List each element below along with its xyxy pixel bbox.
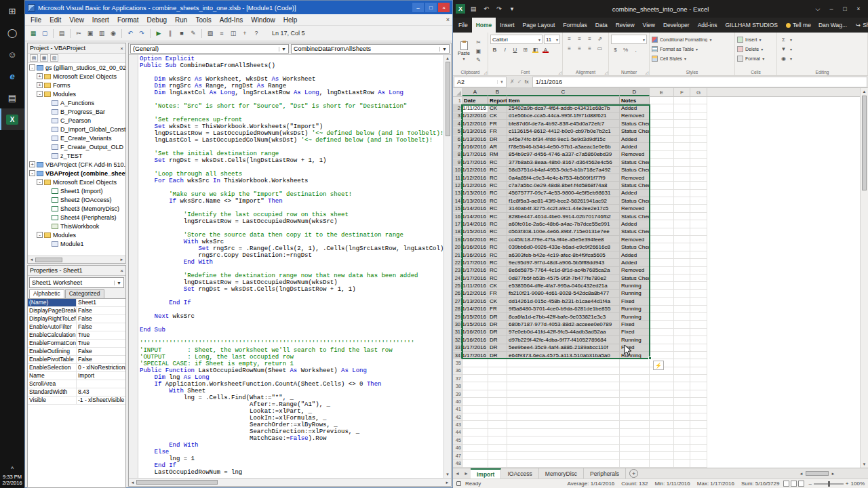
cell-E14[interactable] bbox=[650, 197, 674, 205]
cell-E42[interactable] bbox=[650, 413, 674, 421]
row-header-7[interactable]: 7 bbox=[453, 143, 462, 150]
cell-G18[interactable] bbox=[690, 228, 707, 236]
cell-D22[interactable]: Added bbox=[620, 259, 650, 266]
row-header-14[interactable]: 14 bbox=[453, 197, 462, 205]
cell-D19[interactable]: Removed bbox=[620, 236, 650, 243]
cell-C32[interactable]: d97b229f-42fe-4dba-9f77-f41052789684 bbox=[507, 336, 620, 344]
row-header-39[interactable]: 39 bbox=[453, 390, 462, 398]
cell-E31[interactable] bbox=[650, 329, 674, 336]
row-header-16[interactable]: 16 bbox=[453, 213, 462, 220]
cell-C47[interactable] bbox=[507, 452, 620, 460]
cell-A20[interactable]: 1/16/2016 bbox=[462, 243, 488, 251]
cell-D16[interactable]: Status Check bbox=[620, 213, 650, 220]
cell-C17[interactable]: a60fe01e-2a6c-48b6-a4ac-7b7dce55e991 bbox=[507, 220, 620, 228]
cell-G8[interactable] bbox=[690, 151, 707, 159]
row-header-40[interactable]: 40 bbox=[453, 398, 462, 405]
row-header-23[interactable]: 23 bbox=[453, 267, 462, 274]
cell-G2[interactable] bbox=[690, 104, 707, 112]
cell-F6[interactable] bbox=[674, 136, 690, 143]
cell-G5[interactable] bbox=[690, 128, 707, 136]
cell-D6[interactable]: Added bbox=[620, 136, 650, 143]
borders-icon[interactable]: ⊞ bbox=[521, 45, 530, 54]
cell-B43[interactable] bbox=[488, 421, 507, 428]
row-header-8[interactable]: 8 bbox=[453, 151, 462, 159]
cell-G48[interactable] bbox=[690, 460, 707, 467]
tree-item-c-pearson[interactable]: C_Pearson bbox=[28, 116, 125, 125]
fill-handle[interactable] bbox=[648, 357, 652, 360]
cell-A17[interactable]: 1/14/2016 bbox=[462, 220, 488, 228]
cortana-taskbar-icon[interactable]: ◯ bbox=[0, 22, 24, 43]
cell-A46[interactable] bbox=[462, 445, 488, 452]
tree-item-b-progress-bar[interactable]: B_Progress_Bar bbox=[28, 107, 125, 116]
cell-D24[interactable]: Status Check bbox=[620, 274, 650, 282]
cell-A10[interactable]: 1/12/2016 bbox=[462, 167, 488, 174]
page-layout-view-icon[interactable] bbox=[791, 481, 797, 487]
cell-G6[interactable] bbox=[690, 136, 707, 143]
cell-G3[interactable] bbox=[690, 113, 707, 120]
cell-B9[interactable]: RC bbox=[488, 159, 507, 166]
cell-F29[interactable] bbox=[674, 313, 690, 321]
sheet-nav-right-icon[interactable]: ► bbox=[462, 471, 471, 476]
sort-filter-icon[interactable]: ▼ bbox=[779, 45, 788, 53]
cell-A27[interactable]: 1/13/2016 bbox=[462, 298, 488, 305]
cell-B3[interactable]: CK bbox=[488, 113, 507, 120]
cell-E3[interactable] bbox=[650, 113, 674, 120]
cell-E15[interactable] bbox=[650, 205, 674, 212]
cell-B33[interactable]: DR bbox=[488, 344, 507, 352]
scroll-thumb[interactable] bbox=[806, 471, 829, 476]
cut-icon[interactable]: ✂ bbox=[73, 28, 84, 39]
cell-F25[interactable] bbox=[674, 282, 690, 289]
cell-F22[interactable] bbox=[674, 259, 690, 266]
cell-G16[interactable] bbox=[690, 213, 707, 220]
cell-F20[interactable] bbox=[674, 243, 690, 251]
cell-B8[interactable]: RM bbox=[488, 151, 507, 159]
cell-C4[interactable]: bfe87d6f-de7a-4b92-83ff-e45d0a72efc7 bbox=[507, 120, 620, 127]
cell-D7[interactable]: Added bbox=[620, 143, 650, 150]
cell-G1[interactable] bbox=[690, 97, 707, 104]
cell-E32[interactable] bbox=[650, 336, 674, 344]
tree-item-microsoft-excel-objects[interactable]: -Microsoft Excel Objects bbox=[28, 178, 125, 186]
cell-E19[interactable] bbox=[650, 236, 674, 243]
cell-C36[interactable] bbox=[507, 367, 620, 375]
row-header-28[interactable]: 28 bbox=[453, 306, 462, 313]
tab-review[interactable]: Review bbox=[612, 18, 639, 33]
cell-A48[interactable] bbox=[462, 460, 488, 467]
break-icon[interactable]: ∥ bbox=[165, 28, 176, 39]
tab-file[interactable]: File bbox=[454, 18, 472, 33]
row-header-32[interactable]: 32 bbox=[453, 336, 462, 344]
quick-analysis-button[interactable]: ⚡ bbox=[653, 361, 664, 370]
insert-userform-icon[interactable]: ▢ bbox=[39, 28, 50, 39]
cell-A1[interactable]: Date bbox=[462, 97, 488, 104]
row-header-44[interactable]: 44 bbox=[453, 429, 462, 436]
cell-G41[interactable] bbox=[690, 406, 707, 413]
row-header-43[interactable]: 43 bbox=[453, 421, 462, 428]
row-header-5[interactable]: 5 bbox=[453, 128, 462, 136]
cell-C41[interactable] bbox=[507, 406, 620, 413]
sheet-tab-peripherals[interactable]: Peripherals bbox=[584, 468, 626, 479]
row-header-47[interactable]: 47 bbox=[453, 452, 462, 460]
cell-B28[interactable]: FR bbox=[488, 306, 507, 313]
cell-E12[interactable] bbox=[650, 182, 674, 189]
row-header-35[interactable]: 35 bbox=[453, 359, 462, 367]
cell-C27[interactable]: dd14261d-015c-458b-b231-b1cae44d1f4a bbox=[507, 298, 620, 305]
cell-F47[interactable] bbox=[674, 452, 690, 460]
cell-A44[interactable] bbox=[462, 429, 488, 436]
tab-gillham-studios[interactable]: GILLHAM STUDIOS bbox=[721, 18, 781, 33]
menu-run[interactable]: Run bbox=[171, 16, 191, 24]
cell-B44[interactable] bbox=[488, 429, 507, 436]
row-header-3[interactable]: 3 bbox=[453, 113, 462, 120]
row-header-22[interactable]: 22 bbox=[453, 259, 462, 266]
cell-B24[interactable]: RC bbox=[488, 274, 507, 282]
project-panel-close-icon[interactable]: × bbox=[120, 45, 123, 52]
cell-E34[interactable] bbox=[650, 352, 674, 359]
cell-B1[interactable]: Reporter bbox=[488, 97, 507, 104]
cell-D26[interactable]: Running bbox=[620, 290, 650, 298]
cell-C44[interactable] bbox=[507, 429, 620, 436]
cell-E7[interactable] bbox=[650, 143, 674, 150]
cell-C20[interactable]: 039bb6d0-0926-433e-b6ad-e9c9f26616c8 bbox=[507, 243, 620, 251]
cell-E40[interactable] bbox=[650, 398, 674, 405]
cell-C43[interactable] bbox=[507, 421, 620, 428]
formula-bar[interactable]: 1/11/2016 bbox=[532, 77, 867, 87]
cell-C13[interactable]: 45675777-09c7-4e53-9800-4e5f5eb98631 bbox=[507, 190, 620, 197]
excel-minimize-icon[interactable]: – bbox=[825, 3, 838, 15]
